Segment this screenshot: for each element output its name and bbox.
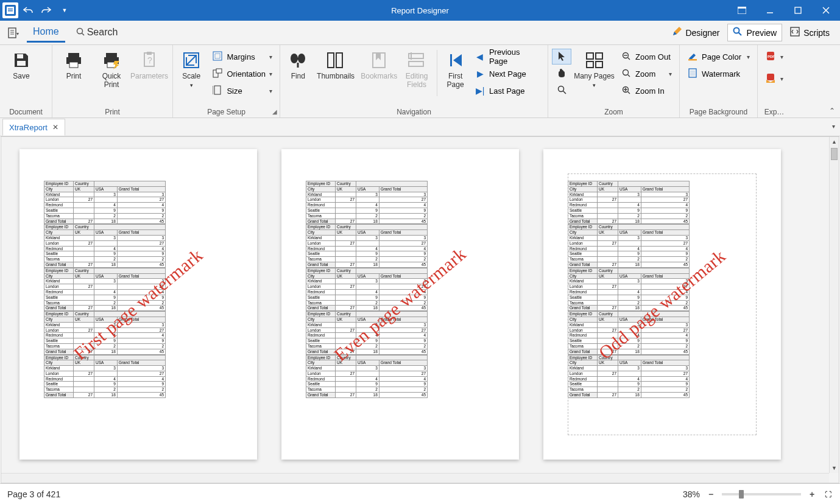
pointer-tool[interactable] — [552, 49, 571, 65]
page-color-icon — [687, 51, 698, 63]
title-bar: ▼ Report Designer — [0, 0, 840, 21]
vertical-scrollbar[interactable]: ▲ ▼ — [829, 137, 839, 473]
zoom-in-icon — [621, 86, 632, 96]
scroll-up[interactable]: ▲ — [830, 137, 839, 147]
print-button[interactable]: Print — [56, 47, 91, 89]
svg-text:?: ? — [147, 55, 152, 65]
parameters-icon: ? — [140, 50, 158, 71]
save-button[interactable]: Save — [4, 47, 39, 80]
scale-icon — [182, 50, 200, 71]
page-color-button[interactable]: Page Color▾ — [683, 49, 754, 65]
svg-rect-51 — [596, 53, 602, 59]
mode-preview[interactable]: Preview — [727, 24, 782, 41]
svg-line-62 — [628, 91, 630, 94]
svg-rect-50 — [587, 53, 593, 59]
margins-button[interactable]: Margins▾ — [208, 49, 276, 65]
svg-rect-7 — [795, 7, 801, 13]
svg-rect-20 — [17, 54, 23, 58]
svg-rect-2 — [8, 9, 13, 10]
print-icon — [65, 50, 83, 71]
svg-rect-52 — [587, 61, 593, 68]
maximize-button[interactable] — [784, 0, 812, 21]
svg-rect-21 — [17, 61, 26, 66]
tab-overflow[interactable]: ▾ — [832, 123, 835, 130]
margins-icon — [212, 51, 223, 63]
minimize-button[interactable] — [756, 0, 784, 21]
svg-line-18 — [739, 33, 742, 36]
hand-icon — [557, 68, 566, 80]
qat-dropdown[interactable]: ▼ — [56, 2, 73, 19]
zoom-level: 38% — [683, 489, 700, 499]
designer-icon — [672, 27, 682, 38]
close-button[interactable] — [812, 0, 840, 21]
svg-rect-3 — [8, 10, 13, 12]
zoom-slider-knob[interactable] — [739, 490, 744, 499]
thumbnails-icon — [326, 50, 345, 71]
collapse-ribbon[interactable]: ⌃ — [829, 107, 835, 115]
document-tab[interactable]: XtraReport ✕ — [2, 119, 65, 136]
magnifier-tool[interactable] — [552, 83, 571, 99]
svg-rect-5 — [738, 7, 746, 9]
save-icon — [12, 50, 30, 71]
scroll-thumb[interactable] — [831, 148, 838, 160]
scroll-down[interactable]: ▼ — [830, 463, 839, 473]
magnifier-icon — [557, 85, 566, 96]
zoom-button[interactable]: Zoom▾ — [617, 66, 676, 82]
first-page-icon — [448, 50, 463, 71]
next-page-button[interactable]: ▶Next Page — [471, 66, 544, 82]
find-button[interactable]: Find — [284, 47, 312, 99]
size-button[interactable]: Size▾ — [208, 83, 276, 99]
zoom-dialog[interactable]: ⛶ — [823, 489, 833, 499]
report-page: Employee IDCountry CityUKUSAGrand Total … — [281, 149, 519, 460]
zoom-plus[interactable]: + — [807, 489, 817, 499]
bookmarks-button[interactable]: Bookmarks — [359, 47, 399, 99]
close-tab-icon[interactable]: ✕ — [52, 123, 58, 131]
quick-print-icon — [102, 50, 121, 71]
tab-home[interactable]: Home — [27, 23, 65, 43]
first-page-button[interactable]: First Page — [442, 47, 468, 99]
zoom-out-button[interactable]: Zoom Out — [617, 49, 676, 65]
export-pdf-button[interactable]: PDF▾ — [761, 49, 787, 65]
horizontal-scrollbar[interactable] — [1, 473, 829, 483]
send-pdf-button[interactable]: ▾ — [761, 71, 787, 86]
window-title: Report Designer — [391, 6, 449, 15]
parameters-button[interactable]: ? Parameters — [132, 47, 167, 89]
scale-button[interactable]: Scale▾ — [177, 47, 206, 99]
quick-print-button[interactable]: Quick Print — [94, 47, 129, 89]
ribbon: Save Document Print Quick Print ? Parame… — [0, 45, 840, 118]
watermark-button[interactable]: Watermark — [683, 66, 754, 82]
svg-rect-41 — [328, 53, 334, 68]
undo-button[interactable] — [19, 2, 37, 19]
status-bar: Page 3 of 421 38% − + ⛶ — [0, 483, 840, 504]
page-setup-launcher[interactable]: ◢ — [272, 108, 277, 115]
orientation-button[interactable]: Orientation▾ — [208, 66, 276, 82]
editing-fields-button[interactable]: Editing Fields — [401, 47, 432, 99]
preview-icon — [733, 27, 743, 38]
file-menu-icon[interactable]: ▾ — [5, 24, 22, 41]
ribbon-display-button[interactable] — [728, 0, 756, 21]
find-icon — [289, 50, 306, 71]
thumbnails-button[interactable]: Thumbnails — [315, 47, 357, 99]
last-page-button[interactable]: ▶|Last Page — [471, 83, 544, 99]
redo-button[interactable] — [38, 2, 55, 19]
previous-page-button[interactable]: ◀Previous Page — [471, 49, 544, 65]
svg-rect-25 — [106, 53, 117, 57]
bookmarks-icon — [371, 50, 387, 71]
tab-search[interactable]: Search — [70, 23, 124, 42]
mode-designer[interactable]: Designer — [666, 24, 725, 41]
svg-rect-47 — [450, 54, 452, 66]
pointer-icon — [557, 51, 566, 63]
many-pages-button[interactable]: Many Pages▾ — [574, 47, 615, 99]
zoom-in-button[interactable]: Zoom In — [617, 83, 676, 99]
zoom-slider[interactable] — [722, 493, 801, 495]
mode-scripts[interactable]: Scripts — [785, 24, 835, 41]
svg-point-17 — [734, 28, 739, 33]
zoom-out-icon — [621, 52, 632, 62]
svg-rect-29 — [147, 52, 152, 55]
scripts-icon — [790, 27, 800, 38]
svg-rect-42 — [336, 53, 342, 68]
app-icon — [2, 2, 18, 18]
ribbon-tabs: ▾ Home Search Designer Preview Scripts — [0, 21, 840, 45]
zoom-minus[interactable]: − — [706, 489, 716, 499]
hand-tool[interactable] — [552, 66, 571, 82]
